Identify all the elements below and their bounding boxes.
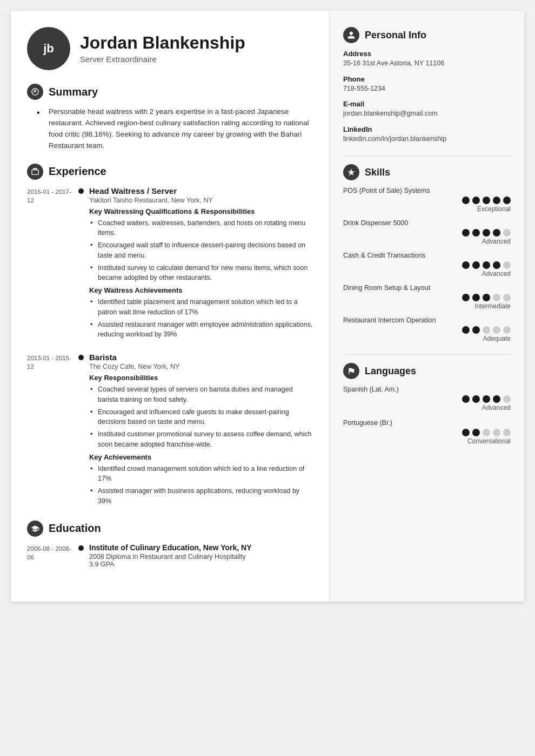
personal-info-heading: Personal Info bbox=[365, 30, 426, 41]
skill-items: POS (Point of Sale) SystemsExceptionalDr… bbox=[343, 187, 511, 342]
languages-section: Languages Spanish (Lat. Am.)AdvancedPort… bbox=[343, 363, 511, 445]
skill-dot bbox=[472, 261, 480, 269]
exp-subheading: Key Achievements bbox=[89, 453, 313, 461]
skill-dot bbox=[462, 326, 470, 334]
exp-company: Yakitori Taisho Restaurant, New York, NY bbox=[89, 197, 313, 204]
exp-bullet: Encouraged wait staff to influence desse… bbox=[89, 240, 313, 261]
right-column: Personal Info Address35-16 31st Ave Asto… bbox=[329, 11, 524, 602]
exp-subheading: Key Responsibilities bbox=[89, 374, 313, 382]
exp-job-title: Head Waitress / Server bbox=[89, 186, 313, 195]
skill-dots bbox=[343, 229, 511, 237]
skill-dot bbox=[472, 197, 480, 204]
education-entry: 2006-08 - 2008-06Institute of Culinary E… bbox=[27, 543, 313, 568]
edu-content: Institute of Culinary Education, New Yor… bbox=[89, 543, 313, 568]
exp-bullet: Coached several types of servers on bari… bbox=[89, 384, 313, 405]
lang-name: Spanish (Lat. Am.) bbox=[343, 386, 511, 393]
exp-bullets: Identified table placement and managemen… bbox=[89, 297, 313, 340]
summary-icon bbox=[27, 84, 43, 100]
avatar-initials: jb bbox=[43, 42, 54, 56]
skill-dot bbox=[483, 261, 490, 269]
skill-dot bbox=[493, 197, 500, 204]
person-icon bbox=[347, 31, 356, 39]
lang-dot bbox=[462, 429, 470, 436]
lang-dot bbox=[503, 395, 511, 403]
skills-section-title: Skills bbox=[343, 164, 511, 180]
skill-item: Drink Dispenser 5000Advanced bbox=[343, 219, 511, 245]
education-icon bbox=[27, 521, 43, 537]
avatar: jb bbox=[27, 27, 70, 70]
skill-dot bbox=[493, 294, 500, 301]
skill-dot bbox=[483, 229, 490, 237]
exp-bullet: Instituted survey to calculate demand fo… bbox=[89, 263, 313, 284]
skill-item: Restaurant Intercom OperationAdequate bbox=[343, 316, 511, 342]
language-item: Spanish (Lat. Am.)Advanced bbox=[343, 386, 511, 411]
exp-bullet: Encouraged and influenced cafe guests to… bbox=[89, 407, 313, 428]
experience-entry: 2016-01 - 2017-12Head Waitress / ServerY… bbox=[27, 186, 313, 342]
education-section: Education 2006-08 - 2008-06Institute of … bbox=[27, 521, 313, 568]
languages-icon bbox=[343, 363, 359, 379]
lang-dot bbox=[472, 429, 480, 436]
skill-dot bbox=[472, 229, 480, 237]
exp-bullets: Coached several types of servers on bari… bbox=[89, 384, 313, 450]
candidate-title: Server Extraordinaire bbox=[80, 55, 245, 64]
info-value: 718-555-1234 bbox=[343, 84, 511, 94]
edu-date: 2006-08 - 2008-06 bbox=[27, 543, 73, 568]
skill-name: Dining Room Setup & Layout bbox=[343, 284, 511, 292]
skill-dot bbox=[483, 294, 490, 301]
lang-dot bbox=[472, 395, 480, 403]
info-label: E-mail bbox=[343, 100, 511, 108]
experience-section: Experience 2016-01 - 2017-12Head Waitres… bbox=[27, 164, 313, 509]
lang-level: Advanced bbox=[343, 404, 511, 411]
divider-2 bbox=[343, 354, 511, 355]
experience-entry: 2013-01 - 2015-12BaristaThe Cozy Cafe, N… bbox=[27, 353, 313, 509]
exp-date: 2013-01 - 2015-12 bbox=[27, 353, 73, 509]
info-value: 35-16 31st Ave Astoria, NY 11106 bbox=[343, 59, 511, 69]
skill-dot bbox=[493, 326, 500, 334]
personal-info-icon bbox=[343, 27, 359, 43]
exp-subheading: Key Waitress Achievements bbox=[89, 286, 313, 294]
skills-icon bbox=[343, 164, 359, 180]
summary-section-title: Summary bbox=[27, 84, 313, 100]
exp-bullets: Identified crowd management solution whi… bbox=[89, 464, 313, 507]
divider-1 bbox=[343, 156, 511, 156]
exp-date: 2016-01 - 2017-12 bbox=[27, 186, 73, 342]
exp-bullet: Identified crowd management solution whi… bbox=[89, 464, 313, 484]
summary-title: Summary bbox=[49, 86, 98, 98]
exp-bullet: Assisted restaurant manager with employe… bbox=[89, 320, 313, 340]
education-section-title: Education bbox=[27, 521, 313, 537]
lang-dots bbox=[343, 395, 511, 403]
languages-section-title: Languages bbox=[343, 363, 511, 379]
skill-level: Adequate bbox=[343, 335, 511, 342]
skill-item: Cash & Credit TransactionsAdvanced bbox=[343, 252, 511, 278]
lang-dot bbox=[503, 429, 511, 436]
exp-bullet: Instituted customer promotional survey t… bbox=[89, 429, 313, 450]
experience-title: Experience bbox=[49, 165, 106, 178]
skill-dot bbox=[493, 261, 500, 269]
lang-dots bbox=[343, 429, 511, 436]
skill-dot bbox=[503, 294, 511, 301]
skill-dot bbox=[503, 261, 511, 269]
personal-info-item: Phone718-555-1234 bbox=[343, 75, 511, 94]
lang-dot bbox=[493, 395, 500, 403]
skill-level: Intermediate bbox=[343, 302, 511, 310]
flag-icon bbox=[347, 367, 356, 375]
experience-section-title: Experience bbox=[27, 164, 313, 180]
exp-dot bbox=[78, 188, 84, 194]
skill-dots bbox=[343, 261, 511, 269]
left-column: jb Jordan Blankenship Server Extraordina… bbox=[11, 11, 329, 602]
info-label: Address bbox=[343, 50, 511, 58]
edu-degree: 2008 Diploma in Restaurant and Culinary … bbox=[89, 553, 313, 561]
info-value: linkedin.com/in/jordan.blankenship bbox=[343, 134, 511, 144]
lang-name: Portuguese (Br.) bbox=[343, 419, 511, 427]
exp-content: BaristaThe Cozy Cafe, New York, NYKey Re… bbox=[89, 353, 313, 509]
exp-dot-line bbox=[78, 353, 84, 509]
skill-name: Restaurant Intercom Operation bbox=[343, 316, 511, 324]
exp-content: Head Waitress / ServerYakitori Taisho Re… bbox=[89, 186, 313, 342]
skill-dot bbox=[472, 326, 480, 334]
personal-info-item: Address35-16 31st Ave Astoria, NY 11106 bbox=[343, 50, 511, 69]
education-title: Education bbox=[49, 522, 101, 535]
lang-dot bbox=[483, 395, 490, 403]
skill-dot bbox=[462, 197, 470, 204]
star-icon bbox=[347, 168, 356, 177]
personal-info-item: E-mailjordan.blankenship@gmail.com bbox=[343, 100, 511, 119]
